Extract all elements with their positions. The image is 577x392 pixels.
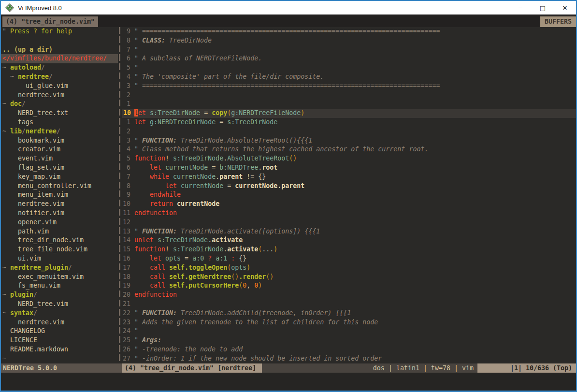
editor-line[interactable]: 27" -inOrder: 1 if the new node should b… <box>122 354 576 363</box>
editor-line[interactable]: 6" A subclass of NERDTreeFileNode. <box>122 54 576 63</box>
nerdtree-item[interactable]: menu_item.vim <box>1 190 118 200</box>
editor-line[interactable]: 19 call self.putCursorHere(0, 0) <box>122 281 576 290</box>
nerdtree-root-item[interactable]: </vimfiles/bundle/nerdtree/ <box>1 54 118 63</box>
code-segment-i: s:TreeDirNode <box>227 118 277 126</box>
nerdtree-item[interactable]: ~ lib/nerdtree/ <box>1 127 118 136</box>
line-number: 3 <box>122 136 134 145</box>
nerdtree-item[interactable]: ~ nerdtree/ <box>1 73 118 82</box>
nerdtree-item[interactable]: notifier.vim <box>1 209 118 218</box>
tab-tree-dir-node[interactable]: (4) "tree_dir_node.vim" <box>2 16 98 27</box>
editor-line[interactable]: 8" CLASS: TreeDirNode <box>122 36 576 45</box>
editor-line[interactable]: 3" =====================================… <box>122 82 576 91</box>
editor-cursor-line[interactable]: 10let s:TreeDirNode = copy(g:NERDTreeFil… <box>122 109 576 118</box>
maximize-button[interactable]: □ <box>532 1 554 15</box>
nerdtree-item[interactable]: nerdtree.vim <box>1 318 118 327</box>
code-segment-t: . <box>223 155 227 162</box>
editor-line[interactable]: 5function! s:TreeDirNode.AbsoluteTreeRoo… <box>122 154 576 163</box>
nerdtree-item[interactable]: ~ nerdtree_plugin/ <box>1 263 118 273</box>
nerdtree-item[interactable]: nerdtree.vim <box>1 91 118 100</box>
nerdtree-item[interactable]: exec_menuitem.vim <box>1 273 118 282</box>
editor-line[interactable]: 10 return currentNode <box>122 200 576 209</box>
window-split-separator[interactable] <box>118 27 122 363</box>
code-segment-m: ~ <box>2 64 10 71</box>
nerdtree-item[interactable]: NERD_tree.vim <box>1 300 118 309</box>
code-segment-m: " <box>2 28 6 35</box>
editor-line[interactable]: 1 <box>122 100 576 109</box>
editor-line[interactable]: 22" FUNCTION: TreeDirNode.addChild(treen… <box>122 309 576 318</box>
nerdtree-item[interactable]: ~ syntax/ <box>1 309 118 318</box>
nerdtree-item[interactable]: flag_set.vim <box>1 163 118 173</box>
editor-line[interactable]: 4" Class method that returns the highest… <box>122 145 576 154</box>
editor-line[interactable]: 20endfunction <box>122 290 576 300</box>
editor-line[interactable]: 24" <box>122 327 576 336</box>
nerdtree-item[interactable]: event.vim <box>1 154 118 163</box>
code-segment-t <box>161 164 165 171</box>
minimize-button[interactable]: ─ <box>509 1 532 15</box>
nerdtree-item[interactable]: ~ doc/ <box>1 100 118 109</box>
nerdtree-item[interactable]: fs_menu.vim <box>1 281 118 290</box>
code-segment-p: ( <box>227 264 231 271</box>
editor-line[interactable]: 15function! s:TreeDirNode.activate(...) <box>122 245 576 254</box>
editor-line[interactable]: 6 let currentNode = b:NERDTree.root <box>122 163 576 173</box>
nerdtree-item[interactable]: creator.vim <box>1 145 118 154</box>
code-text: " <box>134 327 576 336</box>
editor-line[interactable]: 2 <box>122 127 576 136</box>
code-text: " ======================================… <box>134 82 576 91</box>
code-text: " Adds the given treenode to the list of… <box>134 318 576 327</box>
editor-line[interactable]: 7" <box>122 45 576 55</box>
nerdtree-item[interactable]: README.markdown <box>1 345 118 354</box>
separator-dashes <box>119 27 120 363</box>
editor-line[interactable]: 26" -treenode: the node to add <box>122 345 576 354</box>
editor-line[interactable]: 3" FUNCTION: TreeDirNode.AbsoluteTreeRoo… <box>122 136 576 145</box>
editor-line[interactable]: 16 let opts = a:0 ? a:1 : {} <box>122 254 576 263</box>
nerdtree-item[interactable]: ~ plugin/ <box>1 290 118 300</box>
editor-line[interactable]: 5" <box>122 63 576 73</box>
command-line[interactable] <box>1 373 576 390</box>
editor-line[interactable]: 8 let currentNode = currentNode.parent <box>122 182 576 191</box>
code-segment-fi: opener.vim <box>2 218 57 226</box>
nerdtree-item[interactable]: NERD_tree.txt <box>1 109 118 118</box>
nerdtree-item[interactable]: bookmark.vim <box>1 136 118 145</box>
title-bar: Vi IMproved 8.0 ─ □ ✕ <box>1 1 576 15</box>
editor-line[interactable]: 14unlet s:TreeDirNode.activate <box>122 236 576 245</box>
nerdtree-item[interactable]: " Press ? for help <box>1 27 118 36</box>
nerdtree-item[interactable]: CHANGELOG <box>1 327 118 336</box>
code-segment-t <box>134 182 165 189</box>
nerdtree-item[interactable]: tree_dir_node.vim <box>1 236 118 245</box>
nerdtree-item[interactable]: ~ autoload/ <box>1 63 118 73</box>
code-segment-d: nerdtree_plugin <box>10 264 68 271</box>
nerdtree-item[interactable]: key_map.vim <box>1 173 118 182</box>
nerdtree-item[interactable] <box>1 36 118 45</box>
code-text: " FUNCTION: TreeDirNode.AbsoluteTreeRoot… <box>134 136 576 145</box>
editor-line[interactable]: 2 <box>122 91 576 100</box>
nerdtree-item[interactable]: LICENCE <box>1 336 118 345</box>
nerdtree-item[interactable]: opener.vim <box>1 218 118 227</box>
editor-line[interactable]: 23" Adds the given treenode to the list … <box>122 318 576 327</box>
nerdtree-item[interactable]: path.vim <box>1 227 118 236</box>
close-button[interactable]: ✕ <box>554 1 576 15</box>
code-segment-k: while <box>150 173 169 180</box>
nerdtree-item[interactable]: menu_controller.vim <box>1 182 118 191</box>
code-segment-t: ! <box>165 155 173 162</box>
editor-line[interactable]: 9" =====================================… <box>122 27 576 36</box>
editor-line[interactable]: 13" FUNCTION: TreeDirNode.activate([opti… <box>122 227 576 236</box>
editor-line[interactable]: 12 <box>122 218 576 227</box>
nerdtree-item[interactable]: nerdtree.vim <box>1 200 118 209</box>
nerdtree-item[interactable]: ui.vim <box>1 254 118 263</box>
editor-line[interactable]: 11endfunction <box>122 209 576 218</box>
nerdtree-item[interactable]: tree_file_node.vim <box>1 245 118 254</box>
editor-line[interactable]: 4" The 'composite' part of the file/dir … <box>122 73 576 82</box>
nerdtree-item[interactable]: tags <box>1 118 118 127</box>
editor-line[interactable]: 7 while currentNode.parent != {} <box>122 173 576 182</box>
code-text <box>134 127 576 136</box>
nerdtree-item[interactable]: ui_glue.vim <box>1 82 118 91</box>
nerdtree-item[interactable]: ~ <box>1 354 118 363</box>
editor-line[interactable]: 1let g:NERDTreeDirNode = s:TreeDirNode <box>122 118 576 127</box>
editor-line[interactable]: 18 call self.getNerdtree().render() <box>122 273 576 282</box>
editor-line[interactable]: 9 endwhile <box>122 190 576 200</box>
nerdtree-item[interactable]: .. (up a dir) <box>1 45 118 55</box>
editor-line[interactable]: 25" Args: <box>122 336 576 345</box>
buffers-label[interactable]: BUFFERS <box>540 16 576 27</box>
editor-line[interactable]: 17 call self.toggleOpen(opts) <box>122 263 576 273</box>
editor-line[interactable]: 21 <box>122 300 576 309</box>
